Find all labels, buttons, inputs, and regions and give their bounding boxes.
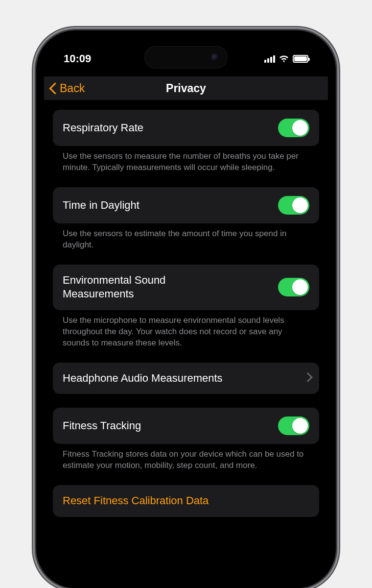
toggle-respiratory-rate[interactable] xyxy=(278,119,309,137)
group-env-sound: Environmental Sound Measurements Use the… xyxy=(53,265,319,349)
stage: 10:09 Back xyxy=(0,0,372,588)
row-label: Headphone Audio Measurements xyxy=(63,371,223,386)
cellular-icon xyxy=(264,55,275,63)
toggle-environmental-sound[interactable] xyxy=(278,278,309,296)
row-reset-calibration[interactable]: Reset Fitness Calibration Data xyxy=(53,485,319,517)
note-env-sound: Use the microphone to measure environmen… xyxy=(53,310,319,349)
status-time: 10:09 xyxy=(64,52,91,65)
phone-power-button xyxy=(336,181,339,245)
row-label: Reset Fitness Calibration Data xyxy=(63,494,209,508)
status-right xyxy=(264,55,308,63)
row-label: Environmental Sound Measurements xyxy=(63,273,209,301)
phone-volume-down xyxy=(33,220,36,264)
group-reset: Reset Fitness Calibration Data xyxy=(53,485,319,517)
status-bar: 10:09 xyxy=(44,49,328,69)
page-title: Privacy xyxy=(166,82,206,95)
settings-content[interactable]: Respiratory Rate Use the sensors to meas… xyxy=(44,100,328,588)
row-fitness-tracking[interactable]: Fitness Tracking xyxy=(53,408,319,444)
row-environmental-sound[interactable]: Environmental Sound Measurements xyxy=(53,265,319,310)
wifi-icon xyxy=(279,55,289,63)
row-label: Time in Daylight xyxy=(63,198,140,213)
chevron-left-icon xyxy=(51,82,58,94)
back-button[interactable]: Back xyxy=(51,76,85,100)
group-respiratory: Respiratory Rate Use the sensors to meas… xyxy=(53,110,319,173)
toggle-fitness-tracking[interactable] xyxy=(278,416,309,435)
group-headphone: Headphone Audio Measurements xyxy=(53,363,319,394)
row-label: Fitness Tracking xyxy=(63,419,141,433)
row-time-in-daylight[interactable]: Time in Daylight xyxy=(53,187,319,223)
row-respiratory-rate[interactable]: Respiratory Rate xyxy=(53,110,319,146)
note-fitness: Fitness Tracking stores data on your dev… xyxy=(53,444,319,471)
row-label: Respiratory Rate xyxy=(63,121,143,135)
group-fitness: Fitness Tracking Fitness Tracking stores… xyxy=(53,408,319,471)
phone-screen: 10:09 Back xyxy=(44,37,328,588)
note-respiratory: Use the sensors to measure the number of… xyxy=(53,146,319,173)
group-daylight: Time in Daylight Use the sensors to esti… xyxy=(53,187,319,251)
phone-volume-up xyxy=(33,167,36,210)
battery-icon xyxy=(293,55,308,63)
phone-frame: 10:09 Back xyxy=(36,30,336,588)
note-daylight: Use the sensors to estimate the amount o… xyxy=(53,223,319,251)
row-headphone-audio[interactable]: Headphone Audio Measurements xyxy=(53,363,319,394)
toggle-time-in-daylight[interactable] xyxy=(278,196,309,215)
nav-bar: Back Privacy xyxy=(44,76,328,100)
chevron-right-icon xyxy=(304,374,309,383)
back-label: Back xyxy=(60,82,85,95)
phone-side-button xyxy=(33,127,36,151)
